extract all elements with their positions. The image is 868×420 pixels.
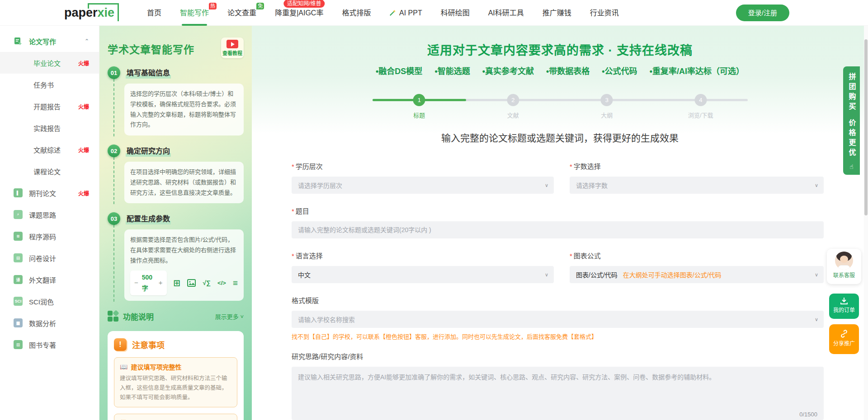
scrollbar-thumb[interactable] — [864, 39, 868, 215]
nav-item-smart-writing[interactable]: 智能写作 热 — [180, 0, 209, 26]
sidebar-item-questionnaire[interactable]: ▤ 问卷设计 — [0, 247, 99, 269]
sidebar-group-paper-writing[interactable]: 论文写作 ⌃ — [0, 30, 99, 52]
sci-icon: SCI — [14, 297, 23, 306]
sidebar-item-topic-ideas[interactable]: ⚡ 课题思路 — [0, 204, 99, 225]
hot-tag: 火爆 — [78, 189, 89, 197]
sidebar-item-literature-review[interactable]: 文献综述 火爆 — [0, 139, 99, 160]
logo[interactable]: paperxie — [63, 4, 119, 22]
chevron-up-icon[interactable]: ⌃ — [85, 38, 89, 44]
minus-icon[interactable]: − — [134, 277, 138, 289]
sidebar-item-data-analysis[interactable]: ▆ 数据分析 — [0, 312, 99, 334]
sidebar-item-course-paper[interactable]: 课程论文 — [0, 160, 99, 182]
research-label: 研究思路/研究内容/资料 — [292, 351, 824, 361]
step-description: 在项目选择中明确您的研究领域，详细描述研究思路、研究材料（或数据报告）和研究方法… — [124, 162, 244, 203]
nav-item-ai-ppt[interactable]: AI PPT — [389, 0, 422, 26]
bullet: •公式代码 — [602, 65, 637, 76]
nav-item-home[interactable]: 首页 — [147, 0, 161, 26]
template-helper-text: 找不到【自己】的学校，可以联系【橙色按钮】客服，进行添加。同时也可以先生成论文，… — [292, 332, 824, 341]
sidebar-item-proposal-report[interactable]: 开题报告 火爆 — [0, 95, 99, 117]
magic-wand-icon — [389, 9, 396, 16]
group-buy-banner[interactable]: 拼团购买 价格更优 ☝ — [843, 66, 860, 175]
document-icon — [14, 37, 23, 46]
my-orders-button[interactable]: 我的订单 — [829, 294, 859, 319]
language-label: 语言选择 — [292, 251, 554, 260]
guide-step-1: 01 填写基础信息 选择您的学历层次（本科/硕士/博士）和学校模板，确保格式规范… — [108, 66, 244, 136]
nav-item-news[interactable]: 行业资讯 — [590, 0, 619, 26]
plus-icon[interactable]: + — [159, 277, 163, 289]
sidebar-item-book-monograph[interactable]: ▥ 图书专著 — [0, 334, 99, 355]
step-4-circle[interactable]: 4 — [694, 94, 707, 106]
chart-formula-select[interactable]: 图表/公式/代码 在大纲处可手动选择图表/公式/代码 ∨ — [570, 266, 824, 283]
paper-form: 学历层次 请选择学历层次 ∨ 字数选择 请选择字数 ∨ 题目 — [292, 161, 824, 420]
hot-badge: 热 — [209, 3, 217, 9]
bar-chart-icon: ▆ — [14, 318, 23, 327]
hot-tag: 火爆 — [78, 59, 89, 67]
step-3-circle[interactable]: 3 — [601, 94, 613, 106]
step-4-label: 浏览/下载 — [688, 111, 713, 119]
nav-item-reduce-aigc[interactable]: 降重复|AIGC率 适配知网/维普 — [275, 0, 323, 26]
notice-item-completeness: 📖 建议填写项完整性 建议填写研究思路、研究材料和方法三个输入框，这些信息是生成… — [114, 357, 237, 408]
sidebar-item-practice-report[interactable]: 实践报告 — [0, 117, 99, 139]
word-count-stepper[interactable]: − 500 字 + — [130, 271, 167, 295]
group-buy-text-2: 价格更优 — [846, 119, 857, 159]
code-icon[interactable]: </> — [217, 280, 226, 286]
journal-icon: ▌ — [14, 188, 23, 197]
download-icon — [840, 297, 848, 304]
login-register-button[interactable]: 登录/注册 — [736, 5, 789, 21]
chart-formula-hint: 在大纲处可手动选择图表/公式/代码 — [623, 270, 722, 279]
grid-squares-icon — [108, 311, 118, 322]
language-select[interactable]: 中文 ∨ — [292, 266, 554, 283]
step-description: 根据需要选择是否包含图片/公式/代码，在具体要求需要在大纲处的右侧进行选择操作点… — [130, 236, 236, 264]
customer-service-label: 联系客服 — [827, 271, 861, 279]
guide-step-3: 03 配置生成参数 根据需要选择是否包含图片/公式/代码，在具体要求需要在大纲处… — [108, 212, 244, 301]
image-icon[interactable] — [187, 279, 196, 287]
step-1-circle[interactable]: 1 — [413, 94, 425, 106]
step-number-badge: 03 — [108, 212, 120, 225]
sidebar-item-graduation-thesis[interactable]: 毕业论文 火爆 — [0, 52, 99, 74]
chevron-down-icon: ∨ — [815, 182, 818, 188]
education-level-select[interactable]: 请选择学历层次 ∨ — [292, 177, 554, 194]
pointing-hand-icon: ☝ — [849, 163, 854, 170]
nav-item-ai-tools[interactable]: AI科研工具 — [488, 0, 524, 26]
template-search-select[interactable]: 请输入学校名称搜索 ∨ — [292, 311, 824, 328]
research-textarea[interactable] — [292, 367, 824, 420]
formula-icon[interactable]: √∑ — [203, 280, 211, 286]
play-icon — [226, 40, 238, 48]
nav-item-format[interactable]: 格式排版 — [342, 0, 371, 26]
template-label: 格式模版 — [292, 295, 824, 305]
sidebar: 论文写作 ⌃ 毕业论文 火爆 任务书 开题报告 火爆 实践报告 文献综述 火爆 … — [0, 26, 99, 420]
title-input[interactable] — [292, 221, 824, 238]
word-count-value: 500 字 — [142, 272, 155, 294]
chevron-down-icon: ∨ — [545, 272, 548, 278]
warning-icon: ! — [114, 338, 127, 351]
page-scrollbar[interactable] — [864, 26, 868, 420]
table-icon[interactable]: ⊞ — [174, 279, 181, 287]
sidebar-item-translation[interactable]: 译 外文翻译 — [0, 269, 99, 290]
nav-item-promotion[interactable]: 推广赚钱 — [542, 0, 571, 26]
chevron-down-icon: ∨ — [815, 317, 818, 322]
bullet: •融合DS模型 — [376, 65, 422, 76]
guide-step-2: 02 确定研究方向 在项目选择中明确您的研究领域，详细描述研究思路、研究材料（或… — [108, 145, 244, 204]
features-section-header: 功能说明 展示更多 ˅ — [108, 311, 244, 322]
customer-service-button[interactable]: 联系客服 — [827, 249, 861, 284]
sidebar-item-sci-polish[interactable]: SCI SCI润色 — [0, 290, 99, 312]
nav-item-sci-drawing[interactable]: 科研绘图 — [441, 0, 470, 26]
show-more-link[interactable]: 展示更多 ˅ — [215, 312, 244, 321]
bullet: •重复率/AI率达标（可选） — [650, 65, 744, 76]
translate-icon: 译 — [14, 275, 23, 284]
step-2-label: 文献 — [507, 111, 519, 119]
notice-item-title-rules: 📙 标题规范要求 文章标题需要 完整、准确、具体，避免过于宽泛或模糊的表述，好的… — [114, 414, 237, 420]
nav-item-plagiarism-check[interactable]: 论文查重 免 — [227, 0, 256, 26]
sidebar-item-journal-paper[interactable]: ▌ 期刊论文 火爆 — [0, 182, 99, 204]
step-2-circle[interactable]: 2 — [507, 94, 519, 106]
hot-tag: 火爆 — [78, 146, 89, 154]
sidebar-item-source-code[interactable]: ≋ 程序源码 — [0, 225, 99, 247]
tutorial-button[interactable]: 查看教程 — [221, 37, 244, 58]
sidebar-item-task-book[interactable]: 任务书 — [0, 74, 99, 95]
list-icon[interactable]: ≡ — [233, 279, 238, 287]
share-promotion-button[interactable]: 分享推广 — [829, 324, 859, 354]
page-title: 适用对于文章内容要求高的需求 · 支持在线改稿 — [252, 41, 868, 58]
word-count-select[interactable]: 请选择字数 ∨ — [570, 177, 824, 194]
guide-panel: 学术文章智能写作 查看教程 01 填写基础信息 选择您的学历层次（本科/硕士/博… — [99, 26, 252, 420]
chevron-down-icon: ∨ — [815, 272, 818, 278]
